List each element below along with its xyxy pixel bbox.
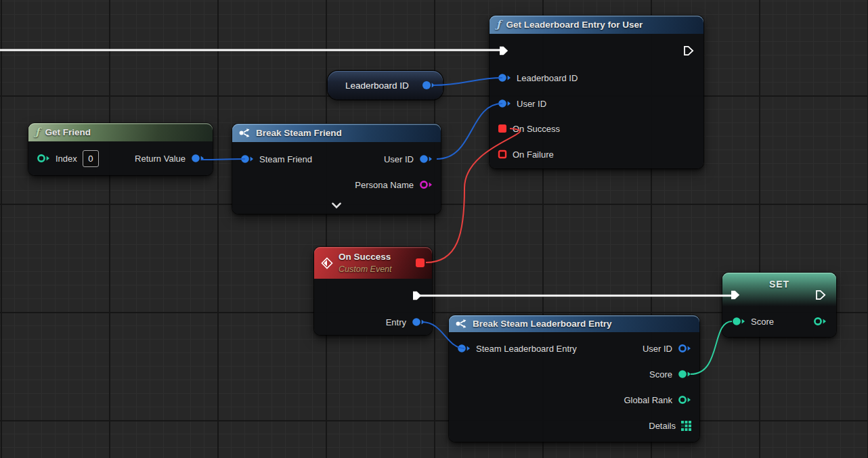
user-id-label: User ID	[517, 99, 546, 109]
variable-label: Leaderboard ID	[345, 81, 409, 91]
index-value-input[interactable]: 0	[83, 150, 99, 167]
wire-return-value[interactable]	[201, 159, 245, 160]
details-label: Details	[649, 421, 676, 431]
global-rank-label: Global Rank	[624, 395, 672, 405]
delegate-pin-icon[interactable]	[415, 258, 425, 268]
node-on-success-event[interactable]: On Success Custom Event Entry	[314, 247, 432, 335]
node-subtitle: Custom Event	[339, 263, 392, 275]
node-break-steam-leaderboard-entry[interactable]: Break Steam Leaderboard Entry Steam Lead…	[449, 315, 699, 442]
function-icon: ƒ	[35, 127, 39, 137]
index-pin-label: Index	[56, 154, 77, 164]
on-failure-pin-icon[interactable]	[498, 150, 507, 159]
custom-event-icon	[321, 257, 333, 269]
score-label: Score	[751, 317, 774, 327]
leaderboard-id-label: Leaderboard ID	[517, 73, 578, 83]
function-icon: ƒ	[496, 20, 500, 30]
node-break-steam-leaderboard-entry-header[interactable]: Break Steam Leaderboard Entry	[449, 315, 699, 332]
node-get-friend-header[interactable]: ƒ Get Friend	[28, 123, 213, 141]
user-id-label: User ID	[384, 154, 414, 164]
node-break-steam-friend-header[interactable]: Break Steam Friend	[232, 124, 441, 142]
user-id-pin-icon[interactable]	[678, 344, 691, 353]
exec-in-pin-icon[interactable]	[498, 45, 509, 56]
break-struct-icon	[239, 128, 251, 138]
score-in-pin-icon[interactable]	[732, 317, 745, 326]
break-struct-icon	[456, 319, 467, 329]
entry-label: Entry	[386, 317, 406, 327]
exec-out-pin-icon[interactable]	[683, 45, 694, 56]
wire-layer	[0, 0, 868, 458]
node-title: SET	[722, 279, 836, 290]
score-label: Score	[649, 369, 672, 380]
persona-name-label: Persona Name	[355, 180, 414, 190]
node-title: Break Steam Leaderboard Entry	[473, 319, 612, 329]
score-out-pin-icon[interactable]	[813, 317, 827, 326]
steam-leaderboard-entry-label: Steam Leaderboard Entry	[476, 344, 577, 354]
on-success-pin-icon[interactable]	[498, 124, 507, 133]
index-pin-icon[interactable]	[37, 154, 50, 163]
node-title: Get Friend	[45, 127, 91, 137]
score-pin-icon[interactable]	[678, 369, 691, 379]
persona-name-pin-icon[interactable]	[419, 180, 433, 189]
node-get-leaderboard-entry-header[interactable]: ƒ Get Leaderboard Entry for User	[490, 16, 703, 34]
node-get-friend[interactable]: ƒ Get Friend Index 0 Return Value	[28, 123, 213, 175]
blueprint-canvas[interactable]: ƒ Get Friend Index 0 Return Value	[0, 0, 868, 458]
global-rank-pin-icon[interactable]	[678, 395, 691, 405]
return-value-pin-icon[interactable]	[191, 154, 204, 163]
node-on-success-header[interactable]: On Success Custom Event	[314, 247, 432, 279]
exec-in-pin-icon[interactable]	[730, 290, 741, 300]
steam-friend-label: Steam Friend	[259, 154, 312, 164]
node-get-leaderboard-entry[interactable]: ƒ Get Leaderboard Entry for User Leaderb…	[490, 16, 703, 168]
node-title: On Success	[339, 250, 392, 264]
node-break-steam-friend[interactable]: Break Steam Friend Steam Friend User ID …	[232, 124, 441, 214]
user-id-pin-icon[interactable]	[419, 154, 433, 164]
exec-out-pin-icon[interactable]	[815, 290, 826, 300]
node-title: Break Steam Friend	[256, 128, 342, 138]
node-leaderboard-id-variable[interactable]: Leaderboard ID	[328, 71, 443, 99]
return-value-label: Return Value	[135, 154, 186, 164]
node-set-score[interactable]: SET Score	[722, 273, 836, 337]
node-title: Get Leaderboard Entry for User	[506, 20, 643, 30]
user-id-label: User ID	[643, 344, 672, 354]
expand-chevron-icon[interactable]	[331, 202, 342, 209]
on-failure-label: On Failure	[513, 150, 554, 160]
details-array-pin-icon[interactable]	[681, 421, 691, 431]
